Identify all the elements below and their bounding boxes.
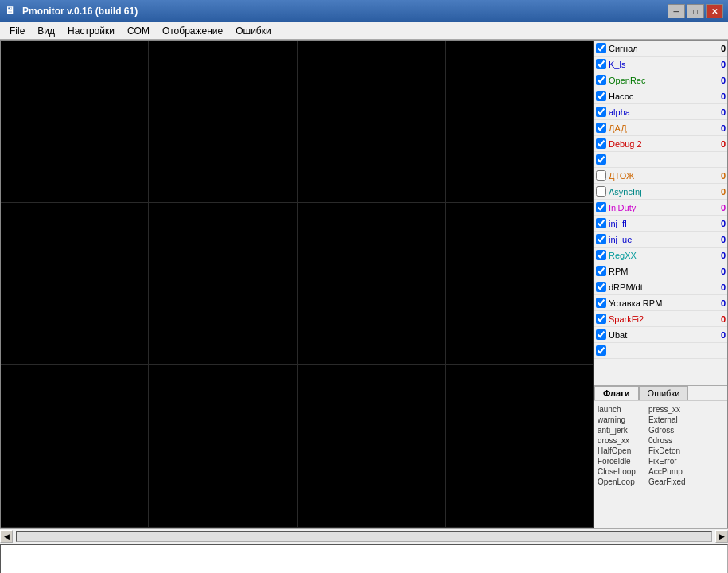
flag-value-7: GearFixed [645,477,724,486]
flag-row-7: OpenLoopGearFixed [598,477,724,487]
chart-cell-4 [446,41,594,203]
menu-file[interactable]: File [3,24,31,38]
channel-name-15: dRPM/dt [609,283,710,292]
scroll-track[interactable] [16,531,712,542]
flag-name-7: OpenLoop [598,477,645,486]
channel-checkbox-10[interactable] [596,202,606,212]
flag-name-4: HalfOpen [598,446,645,455]
channel-name-10: InjDuty [609,203,710,212]
channel-checkbox-14[interactable] [596,266,606,276]
chart-cell-12 [446,365,594,528]
scroll-left-button[interactable]: ◀ [0,530,13,543]
flag-row-3: dross_xx0dross [598,435,724,446]
chart-area [1,41,594,528]
flag-name-5: ForceIdle [598,457,645,466]
channel-row-12: inj_ue0 [594,232,727,248]
channel-name-0: Сигнал [609,44,710,53]
flag-row-2: anti_jerkGdross [598,425,724,435]
channel-checkbox-18[interactable] [596,329,606,340]
channel-checkbox-1[interactable] [596,59,606,69]
channel-row-19 [594,343,727,359]
flag-row-0: launchpress_xx [598,404,724,415]
channel-value-15: 0 [710,283,726,292]
channel-row-10: InjDuty0 [594,200,727,216]
maximize-button[interactable]: □ [687,4,704,18]
channel-row-16: Уставка RPM0 [594,295,727,311]
right-panel: Сигнал0K_ls0OpenRec0Насос0alpha0ДАД0Debu… [594,41,727,528]
chart-cell-11 [298,365,446,528]
channel-value-12: 0 [710,235,726,244]
channel-list: Сигнал0K_ls0OpenRec0Насос0alpha0ДАД0Debu… [594,41,727,385]
channel-name-8: ДТОЖ [609,171,710,181]
channel-checkbox-5[interactable] [596,123,606,133]
chart-cell-2 [149,41,297,203]
channel-checkbox-13[interactable] [596,250,606,260]
channel-name-11: inj_fl [609,219,710,228]
channel-row-0: Сигнал0 [594,41,727,57]
tab-flags[interactable]: Флаги [594,386,639,400]
text-output[interactable] [1,545,727,573]
channel-row-2: OpenRec0 [594,72,727,88]
channel-checkbox-16[interactable] [596,298,606,308]
flags-panel: launchpress_xxwarningExternalanti_jerkGd… [594,400,727,528]
menu-view[interactable]: Вид [31,24,61,38]
channel-value-6: 0 [710,139,726,149]
channel-checkbox-2[interactable] [596,75,606,85]
channel-name-9: AsyncInj [609,187,710,197]
channel-name-16: Уставка RPM [609,298,710,308]
channel-name-12: inj_ue [609,235,710,244]
channel-row-3: Насос0 [594,88,727,104]
menu-settings[interactable]: Настройки [61,24,121,38]
flag-row-5: ForceIdleFixError [598,456,724,466]
flag-value-1: External [645,415,724,424]
chart-cell-6 [149,203,297,365]
title-bar: 🖥 Pmonitor v.0.16 (build 61) ─ □ ✕ [0,0,728,22]
channel-checkbox-17[interactable] [596,314,606,324]
channel-value-11: 0 [710,219,726,228]
channel-row-6: Debug 20 [594,136,727,152]
channel-row-13: RegXX0 [594,248,727,263]
flag-value-6: AccPump [645,467,724,476]
channel-row-18: Ubat0 [594,327,727,343]
channel-checkbox-7[interactable] [596,154,606,165]
channel-checkbox-0[interactable] [596,43,606,53]
menu-bar: File Вид Настройки COM Отображение Ошибк… [0,22,728,40]
channel-checkbox-8[interactable] [596,170,606,181]
channel-value-13: 0 [710,251,726,260]
channel-value-2: 0 [710,76,726,85]
menu-display[interactable]: Отображение [156,24,229,38]
menu-com[interactable]: COM [121,24,156,38]
flag-value-0: press_xx [645,405,724,414]
close-button[interactable]: ✕ [706,4,723,18]
channel-checkbox-3[interactable] [596,91,606,101]
channel-checkbox-15[interactable] [596,282,606,292]
channel-row-4: alpha0 [594,104,727,120]
tab-errors[interactable]: Ошибки [639,386,689,400]
flag-value-2: Gdross [645,426,724,435]
channel-checkbox-11[interactable] [596,218,606,228]
flag-row-1: warningExternal [598,415,724,425]
main-container: Сигнал0K_ls0OpenRec0Насос0alpha0ДАД0Debu… [0,40,728,528]
menu-errors[interactable]: Ошибки [229,24,278,38]
flag-name-1: warning [598,415,645,424]
flag-value-4: FixDeton [645,446,724,455]
channel-row-14: RPM0 [594,263,727,279]
channel-checkbox-12[interactable] [596,234,606,244]
minimize-button[interactable]: ─ [668,4,685,18]
channel-checkbox-19[interactable] [596,345,606,356]
channel-checkbox-6[interactable] [596,138,606,149]
channel-checkbox-4[interactable] [596,107,606,117]
channel-value-4: 0 [710,107,726,117]
channel-value-0: 0 [710,44,726,53]
channel-value-10: 0 [710,203,726,212]
channel-name-1: K_ls [609,60,710,69]
channel-row-8: ДТОЖ0 [594,168,727,184]
flag-row-6: CloseLoopAccPump [598,466,724,477]
chart-cell-9 [1,365,149,528]
channel-row-17: SparkFi20 [594,311,727,327]
horizontal-scroll[interactable]: ◀ ▶ [0,528,728,544]
scroll-right-button[interactable]: ▶ [715,530,728,543]
channel-name-13: RegXX [609,251,710,260]
channel-row-9: AsyncInj0 [594,184,727,200]
channel-checkbox-9[interactable] [596,186,606,197]
